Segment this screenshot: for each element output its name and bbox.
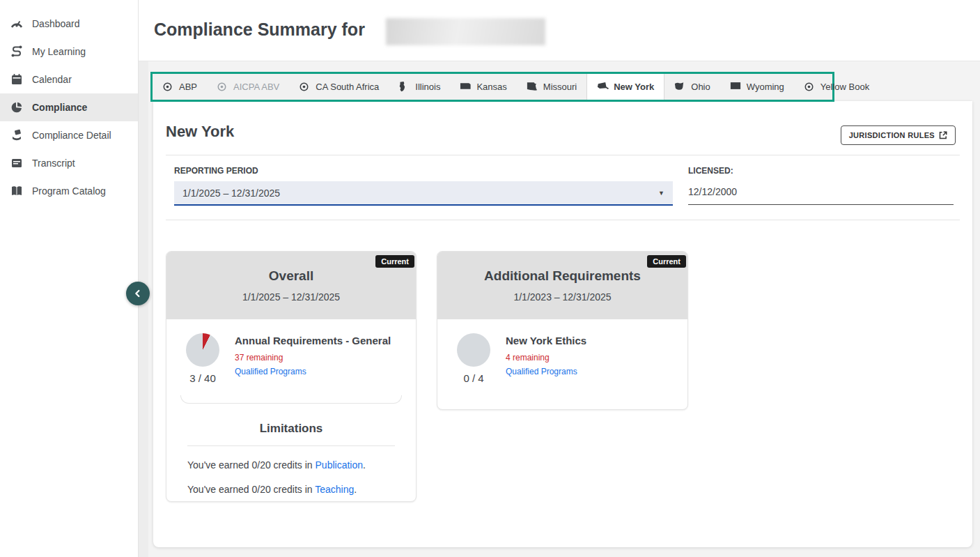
progress-pie-chart [186,333,219,367]
jurisdiction-title: New York [166,123,234,141]
jurisdiction-rules-button[interactable]: JURISDICTION RULES [841,125,956,145]
tab-missouri[interactable]: Missouri [517,74,586,100]
limitation-item: You've earned 0/20 credits in Teaching. [187,484,402,495]
progress-text: 0 / 4 [451,372,496,384]
tab-label: Ohio [691,82,710,92]
publication-link[interactable]: Publication [316,459,364,471]
additional-requirements-card: Current Additional Requirements 1/1/2023… [437,251,688,410]
tab-label: CA South Africa [316,82,379,92]
limitation-text: . [354,484,357,495]
divider [166,220,960,220]
sidebar-item-transcript[interactable]: Transcript [0,149,138,177]
tab-label: Kansas [476,82,506,92]
chevron-left-icon [132,288,143,299]
ohio-state-icon [674,82,686,92]
sidebar-item-label: Compliance Detail [32,130,111,141]
limitation-item: You've earned 0/20 credits in Publicatio… [187,459,402,471]
tab-label: AICPA ABV [233,82,279,92]
sidebar-item-label: Transcript [32,158,75,169]
calendar-icon [10,73,23,86]
requirement-name: Annual Requirements - General [235,335,391,346]
sidebar-item-label: Program Catalog [32,185,106,197]
tab-kansas[interactable]: Kansas [450,74,516,100]
limitations-title: Limitations [180,422,402,436]
tab-label: Missouri [543,82,577,92]
sidebar-collapse-button[interactable] [126,282,150,305]
requirement-row: 0 / 4 New York Ethics 4 remaining Qualif… [451,333,674,384]
missouri-state-icon [527,82,538,92]
current-badge: Current [647,255,686,268]
tab-illinois[interactable]: Illinois [389,74,450,100]
qualified-programs-link[interactable]: Qualified Programs [235,367,391,376]
illinois-state-icon [398,82,410,92]
licensed-label: LICENSED: [688,166,733,176]
tab-label: Wyoming [747,82,784,92]
content-scrollbar[interactable] [139,61,148,557]
additional-card-header: Current Additional Requirements 1/1/2023… [437,252,687,319]
limitation-text: You've earned 0/20 credits in [187,459,316,471]
page-title: Compliance Summary for [154,20,365,40]
new-york-state-icon [597,82,609,92]
main-area: Compliance Summary for ABP AICPA ABV CA … [139,0,980,557]
requirement-name: New York Ethics [506,335,586,346]
chevron-down-icon: ▼ [658,190,664,197]
qualified-programs-link[interactable]: Qualified Programs [506,367,586,376]
wyoming-state-icon [730,82,742,92]
requirement-row: 3 / 40 Annual Requirements - General 37 … [180,333,402,384]
current-badge: Current [375,255,414,268]
divider [166,155,960,155]
open-in-new-icon [939,131,947,139]
book-icon [10,185,23,197]
teaching-link[interactable]: Teaching [315,484,354,495]
tab-label: New York [614,82,654,92]
sidebar-item-compliance-detail[interactable]: Compliance Detail [0,121,138,149]
circle-dot-icon [804,82,816,92]
card-title: Additional Requirements [437,268,687,284]
sidebar-item-dashboard[interactable]: Dashboard [0,10,138,38]
list-icon [10,157,23,169]
progress-text: 3 / 40 [180,372,225,384]
page-header: Compliance Summary for [139,0,980,61]
tab-label: Illinois [415,82,440,92]
tab-new-york[interactable]: New York [586,74,664,100]
sidebar-item-label: Calendar [32,74,72,85]
tab-label: ABP [179,82,197,92]
overall-card: Current Overall 1/1/2025 – 12/31/2025 3 … [166,251,417,502]
kansas-state-icon [460,82,472,92]
sidebar-item-calendar[interactable]: Calendar [0,66,138,93]
progress-pie-chart [457,333,490,367]
limitation-text: You've earned 0/20 credits in [187,484,315,495]
sidebar-item-label: Dashboard [32,18,80,29]
sidebar-item-compliance[interactable]: Compliance [0,93,138,121]
divider [187,445,395,446]
overall-card-header: Current Overall 1/1/2025 – 12/31/2025 [166,252,416,319]
jurisdiction-rules-label: JURISDICTION RULES [849,131,935,139]
sidebar: Dashboard My Learning Calendar Complianc… [0,0,139,557]
hand-card-icon [10,129,23,142]
sidebar-item-label: Compliance [32,102,87,113]
tab-label: Yellow Book [820,82,869,92]
tab-yellow-book[interactable]: Yellow Book [794,74,879,100]
sidebar-item-my-learning[interactable]: My Learning [0,38,138,66]
sidebar-item-program-catalog[interactable]: Program Catalog [0,177,138,205]
licensed-value: 12/12/2000 [688,186,954,205]
reporting-period-value: 1/1/2025 – 12/31/2025 [182,188,280,199]
route-icon [10,45,23,58]
tab-ohio[interactable]: Ohio [664,74,720,100]
card-title: Overall [166,268,416,284]
card-period: 1/1/2025 – 12/31/2025 [166,291,416,303]
tab-aicpa-abv[interactable]: AICPA ABV [207,74,289,100]
jurisdiction-panel: New York JURISDICTION RULES REPORTING PE… [153,101,972,547]
circle-dot-icon [217,82,228,92]
remaining-text: 4 remaining [506,353,586,363]
dashboard-icon [10,17,23,30]
pie-chart-icon [10,101,23,114]
remaining-text: 37 remaining [235,353,391,363]
reporting-period-select[interactable]: 1/1/2025 – 12/31/2025 ▼ [174,181,673,206]
sidebar-item-label: My Learning [32,46,86,57]
tab-ca-south-africa[interactable]: CA South Africa [289,74,389,100]
redacted-user-name [386,18,545,45]
tab-abp[interactable]: ABP [153,74,207,100]
tab-wyoming[interactable]: Wyoming [720,74,794,100]
limitation-text: . [363,459,366,471]
